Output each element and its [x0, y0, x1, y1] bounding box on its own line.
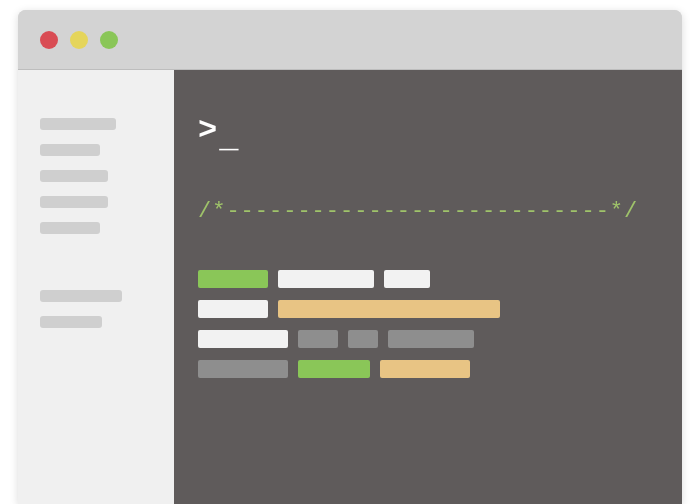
code-token: [380, 360, 470, 378]
window-body: >_ /*---------------------------*/: [18, 70, 682, 504]
code-token: [198, 300, 268, 318]
code-token: [278, 300, 500, 318]
code-line: [198, 270, 658, 288]
code-token: [198, 330, 288, 348]
sidebar: [18, 70, 174, 504]
prompt-symbol: >: [198, 112, 219, 149]
close-icon[interactable]: [40, 31, 58, 49]
app-window: >_ /*---------------------------*/: [18, 10, 682, 504]
code-token: [198, 270, 268, 288]
code-line: [198, 360, 658, 378]
code-comment: /*---------------------------*/: [198, 199, 658, 224]
sidebar-item[interactable]: [40, 144, 100, 156]
code-token: [348, 330, 378, 348]
sidebar-group: [40, 118, 152, 234]
minimize-icon[interactable]: [70, 31, 88, 49]
cursor-icon: _: [219, 120, 240, 157]
sidebar-group: [40, 290, 152, 328]
code-token: [198, 360, 288, 378]
titlebar: [18, 10, 682, 70]
sidebar-item[interactable]: [40, 316, 102, 328]
code-token: [388, 330, 474, 348]
code-block: [198, 270, 658, 378]
code-editor[interactable]: >_ /*---------------------------*/: [174, 70, 682, 504]
code-token: [298, 360, 370, 378]
terminal-prompt: >_: [198, 112, 658, 149]
sidebar-item[interactable]: [40, 118, 116, 130]
code-line: [198, 330, 658, 348]
zoom-icon[interactable]: [100, 31, 118, 49]
code-token: [298, 330, 338, 348]
sidebar-item[interactable]: [40, 196, 108, 208]
code-token: [384, 270, 430, 288]
sidebar-item[interactable]: [40, 290, 122, 302]
sidebar-item[interactable]: [40, 222, 100, 234]
code-line: [198, 300, 658, 318]
sidebar-item[interactable]: [40, 170, 108, 182]
code-token: [278, 270, 374, 288]
